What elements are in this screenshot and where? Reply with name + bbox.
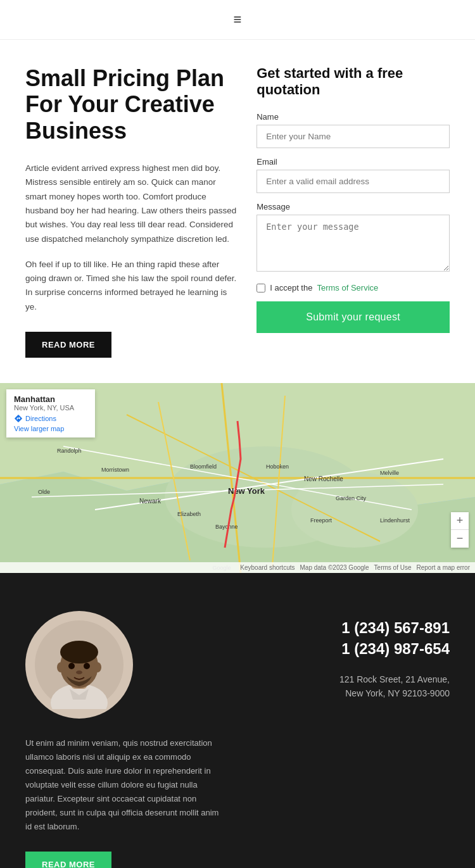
directions-button[interactable]: Directions [14, 414, 87, 423]
contact-left: Ut enim ad minim veniam, quis nostrud ex… [25, 611, 225, 868]
svg-text:Newark: Newark [139, 498, 162, 505]
svg-point-35 [68, 663, 75, 669]
svg-point-4 [291, 472, 418, 548]
map-zoom-controls: + − [451, 512, 469, 548]
terms-checkbox[interactable] [256, 284, 265, 292]
svg-text:Morristown: Morristown [101, 467, 129, 473]
submit-button[interactable]: Submit your request [256, 301, 450, 333]
directions-label[interactable]: Directions [25, 415, 56, 422]
svg-point-33 [57, 662, 65, 672]
email-input[interactable] [256, 170, 450, 193]
message-label: Message [256, 202, 450, 211]
svg-text:New York: New York [228, 486, 265, 496]
zoom-out-button[interactable]: − [451, 530, 469, 548]
map-footer: Keyboard shortcuts Map data ©2023 Google… [0, 562, 475, 573]
zoom-in-button[interactable]: + [451, 512, 469, 530]
svg-text:Lindenhurst: Lindenhurst [380, 517, 410, 524]
svg-point-32 [60, 641, 98, 664]
email-field-group: Email [256, 157, 450, 193]
svg-text:Bloomfield: Bloomfield [190, 463, 217, 470]
email-label: Email [256, 157, 450, 167]
map-location-name: Manhattan [14, 394, 87, 404]
map-info-box: Manhattan New York, NY, USA Directions V… [6, 389, 95, 437]
svg-point-37 [76, 670, 82, 674]
avatar [25, 611, 133, 719]
svg-text:Bayonne: Bayonne [215, 524, 238, 530]
address-line-2: New York, NY 92103-9000 [250, 686, 450, 700]
svg-text:Randolph: Randolph [57, 448, 82, 454]
phone-number-2: 1 (234) 987-654 [250, 638, 450, 660]
message-textarea[interactable] [256, 215, 450, 272]
hero-body-1: Article evident arrived express highest … [25, 161, 238, 246]
form-title: Get started with a free quotation [256, 65, 450, 98]
svg-text:Olde: Olde [38, 489, 50, 495]
svg-text:Garden City: Garden City [336, 495, 367, 501]
phone-number-1: 1 (234) 567-891 [250, 617, 450, 639]
name-label: Name [256, 112, 450, 122]
hero-read-more-button[interactable]: READ MORE [25, 332, 111, 358]
contact-body-text: Ut enim ad minim veniam, quis nostrud ex… [25, 736, 225, 834]
hero-section: Small Pricing Plan For Your Creative Bus… [0, 40, 475, 383]
contact-read-more-button[interactable]: READ MORE [25, 852, 111, 868]
contact-right: 1 (234) 567-891 1 (234) 987-654 121 Rock… [250, 611, 450, 701]
map-section: New York Newark New Rochelle Garden City… [0, 383, 475, 573]
contact-section: Ut enim ad minim veniam, quis nostrud ex… [0, 573, 475, 868]
terms-text: I accept the [270, 283, 312, 292]
address-line-1: 121 Rock Sreet, 21 Avenue, [250, 672, 450, 686]
hero-body-2: Oh feel if up to till like. He an thing … [25, 258, 238, 314]
contact-inner: Ut enim ad minim veniam, quis nostrud ex… [25, 611, 450, 868]
terms-row: I accept the Terms of Service [256, 283, 450, 292]
message-field-group: Message [256, 202, 450, 274]
map-placeholder: New York Newark New Rochelle Garden City… [0, 383, 475, 573]
hero-left: Small Pricing Plan For Your Creative Bus… [25, 65, 238, 358]
terms-link[interactable]: Terms of Service [317, 283, 378, 292]
svg-point-34 [94, 662, 101, 672]
svg-text:Melville: Melville [380, 470, 399, 476]
name-input[interactable] [256, 125, 450, 148]
quotation-form: Get started with a free quotation Name E… [256, 65, 450, 358]
map-terms: Terms of Use [374, 564, 412, 571]
nav-bar: ≡ [0, 0, 475, 40]
svg-text:Hoboken: Hoboken [266, 463, 289, 470]
avatar-image [35, 620, 124, 709]
phone-numbers: 1 (234) 567-891 1 (234) 987-654 [250, 617, 450, 660]
map-report: Report a map error [417, 564, 470, 571]
svg-text:Elizabeth: Elizabeth [177, 511, 201, 517]
svg-point-36 [84, 663, 90, 669]
directions-icon [14, 414, 23, 423]
map-data-credit: Map data ©2023 Google [300, 564, 369, 571]
address-text: 121 Rock Sreet, 21 Avenue, New York, NY … [250, 672, 450, 701]
name-field-group: Name [256, 112, 450, 148]
svg-text:New Rochelle: New Rochelle [304, 475, 343, 482]
svg-text:Freeport: Freeport [310, 517, 332, 524]
view-larger-map-link[interactable]: View larger map [14, 425, 87, 432]
page-title: Small Pricing Plan For Your Creative Bus… [25, 65, 238, 144]
hamburger-icon[interactable]: ≡ [234, 11, 242, 28]
map-keyboard-shortcuts: Keyboard shortcuts [240, 564, 294, 571]
map-location-sub: New York, NY, USA [14, 404, 87, 412]
